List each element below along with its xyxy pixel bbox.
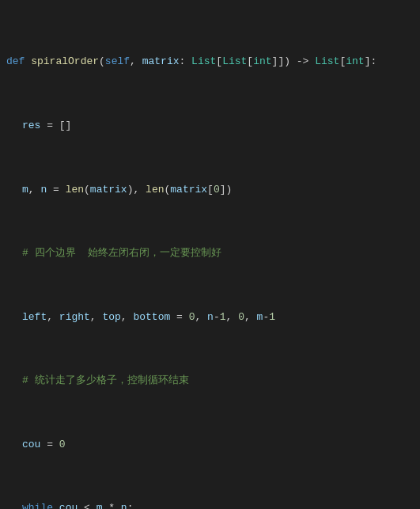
code-block: def spiralOrder(self, matrix: List[List[… — [0, 0, 420, 509]
line-8: while cou < m * n: — [0, 500, 420, 509]
line-4: # 四个边界 始终左闭右闭，一定要控制好 — [0, 245, 420, 261]
line-2: res = [] — [0, 118, 420, 134]
line-5: left, right, top, bottom = 0, n-1, 0, m-… — [0, 310, 420, 325]
line-1: def spiralOrder(self, matrix: List[List[… — [0, 54, 420, 70]
line-7: cou = 0 — [0, 437, 420, 453]
line-6: # 统计走了多少格子，控制循环结束 — [0, 373, 420, 389]
line-3: m, n = len(matrix), len(matrix[0]) — [0, 182, 420, 198]
